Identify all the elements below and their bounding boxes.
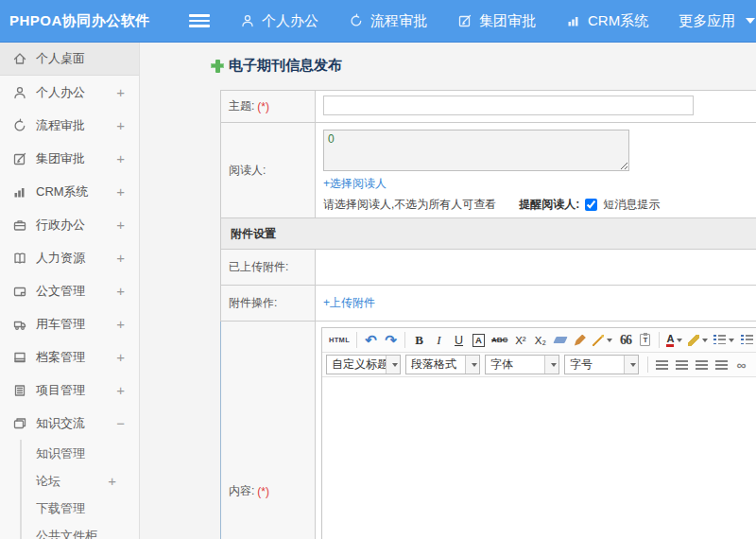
sidebar-item-group-approval[interactable]: 集团审批+ (0, 142, 139, 175)
attachment-section-title: 附件设置 (231, 226, 276, 242)
sms-notify-checkbox[interactable] (585, 199, 597, 211)
archive-icon (12, 350, 27, 365)
attachment-actions-value: +上传附件 (316, 286, 756, 321)
sidebar-subitem-knowledge-management[interactable]: 知识管理 (22, 440, 139, 467)
highlight-pen-icon[interactable] (686, 331, 710, 350)
sidebar-subitem-label: 知识管理 (36, 445, 116, 462)
blockquote-button[interactable]: 66 (616, 331, 634, 350)
nav-workflow-approval[interactable]: 流程审批 (349, 12, 427, 30)
readers-textarea[interactable] (323, 130, 629, 171)
paste-table-icon[interactable] (636, 331, 654, 350)
expand-icon[interactable]: + (116, 283, 125, 299)
sidebar-subitem-forum[interactable]: 论坛+ (22, 467, 139, 495)
strikethrough-button[interactable]: ABC (490, 331, 509, 350)
edit-icon (457, 13, 472, 28)
sidebar-item-project-management[interactable]: 项目管理+ (0, 374, 139, 407)
expand-icon[interactable]: + (108, 473, 116, 489)
expand-icon[interactable]: + (116, 150, 125, 166)
content-required-mark: (*) (257, 485, 269, 498)
sidebar-item-admin-office[interactable]: 行政办公+ (0, 208, 139, 241)
expand-icon[interactable]: + (116, 382, 125, 398)
font-size-dropdown[interactable]: 字号 (564, 355, 639, 374)
unlink-icon[interactable]: ∞ (752, 356, 756, 374)
subscript-button[interactable]: X₂ (531, 331, 549, 350)
caret-down-icon (746, 18, 755, 24)
sidebar-item-personal-office[interactable]: 个人办公+ (0, 76, 139, 109)
content-label-text: 内容: (229, 483, 254, 499)
nav-item-label: 流程审批 (370, 12, 427, 30)
font-style-button[interactable]: A (470, 331, 488, 350)
sidebar-item-knowledge-exchange[interactable]: 知识交流− (0, 407, 139, 440)
sidebar-subitem-download-management[interactable]: 下载管理 (22, 495, 139, 522)
expand-icon[interactable]: + (116, 183, 125, 200)
expand-icon[interactable]: + (116, 349, 125, 365)
select-readers-link[interactable]: +选择阅读人 (323, 176, 387, 192)
html-source-button[interactable]: HTML (327, 331, 352, 350)
format-brush-icon[interactable] (571, 331, 589, 350)
bold-button[interactable]: B (410, 331, 428, 350)
sidebar-sublist: 知识管理论坛+下载管理公共文件柜 (20, 440, 139, 539)
dropdown-caret-icon[interactable] (544, 356, 558, 374)
custom-heading-dropdown[interactable]: 自定义标题 (326, 355, 401, 374)
sidebar-item-label: 知识交流 (36, 415, 116, 432)
upload-attachment-link[interactable]: +上传附件 (323, 295, 375, 311)
dropdown-caret-icon[interactable] (465, 356, 479, 374)
readers-value-cell: +选择阅读人 请选择阅读人,不选为所有人可查看 提醒阅读人: 短消息提示 (316, 123, 756, 217)
subject-required-mark: (*) (257, 100, 269, 113)
redo-button[interactable]: ↷ (382, 331, 400, 350)
subject-input[interactable] (323, 96, 694, 115)
nav-more-apps[interactable]: 更多应用 (679, 12, 755, 30)
readers-hint-text: 请选择阅读人,不选为所有人可查看 (323, 197, 496, 213)
italic-button[interactable]: I (430, 331, 448, 350)
sidebar-item-vehicle-management[interactable]: 用车管理+ (0, 307, 139, 340)
uploaded-attachments-row: 已上传附件: (220, 250, 756, 286)
underline-button[interactable]: U (450, 331, 468, 350)
ordered-list-icon[interactable] (712, 331, 736, 350)
toolbar-separator (647, 356, 648, 373)
sidebar-item-archive-management[interactable]: 档案管理+ (0, 340, 139, 374)
sidebar-item-label: 个人桌面 (36, 50, 125, 67)
editor-toolbar-row1: HTML↶↷BIUAABCX²X₂66A (322, 328, 756, 353)
font-color-button[interactable]: A (664, 331, 684, 350)
collapse-icon[interactable]: − (116, 415, 125, 431)
expand-icon[interactable]: + (116, 250, 125, 266)
font-family-dropdown[interactable]: 字体 (485, 355, 559, 374)
sidebar-subitem-public-file-cabinet[interactable]: 公共文件柜 (22, 522, 139, 539)
align-right-icon[interactable] (693, 356, 711, 374)
top-header: PHPOA协同办公软件 个人办公流程审批集团审批CRM系统更多应用 (0, 0, 756, 43)
superscript-button[interactable]: X² (511, 331, 529, 350)
undo-button[interactable]: ↶ (362, 331, 380, 350)
eraser-icon[interactable] (551, 331, 569, 350)
expand-icon[interactable]: + (116, 84, 125, 100)
expand-icon[interactable]: + (116, 217, 125, 233)
editor-content-area[interactable] (322, 377, 756, 539)
nav-crm-system[interactable]: CRM系统 (566, 12, 648, 30)
sidebar-item-workflow-approval[interactable]: 流程审批+ (0, 109, 139, 142)
expand-icon[interactable]: + (116, 316, 125, 332)
align-justify-icon[interactable] (713, 356, 730, 374)
editor-toolbar-row2: 自定义标题段落格式字体字号∞∞ (322, 353, 756, 377)
nav-group-approval[interactable]: 集团审批 (457, 12, 536, 30)
content-row: 内容: (*) HTML↶↷BIUAABCX²X₂66A 自定义标题段落格式字体… (220, 322, 756, 539)
sms-notify-label: 短消息提示 (603, 197, 660, 213)
link-icon[interactable]: ∞ (732, 356, 750, 374)
content-value-cell: HTML↶↷BIUAABCX²X₂66A 自定义标题段落格式字体字号∞∞ (316, 322, 756, 539)
project-icon (12, 383, 27, 398)
sidebar-item-personal-desktop[interactable]: 个人桌面 (0, 43, 139, 76)
flow-icon (349, 13, 364, 28)
expand-icon[interactable]: + (116, 117, 125, 133)
document-icon (12, 284, 27, 299)
sidebar-item-document-management[interactable]: 公文管理+ (0, 274, 139, 307)
sidebar-item-crm-system[interactable]: CRM系统+ (0, 175, 139, 208)
align-center-icon[interactable] (673, 356, 691, 374)
paragraph-format-dropdown[interactable]: 段落格式 (405, 355, 480, 374)
nav-personal-office[interactable]: 个人办公 (240, 12, 318, 30)
unordered-list-icon[interactable] (738, 331, 756, 350)
hamburger-menu-icon[interactable] (189, 14, 210, 27)
sidebar-item-human-resources[interactable]: 人力资源+ (0, 241, 139, 274)
dropdown-caret-icon[interactable] (624, 356, 638, 374)
dropdown-caret-icon[interactable] (386, 356, 400, 374)
nav-item-label: 个人办公 (262, 12, 318, 30)
align-left-icon[interactable] (653, 356, 671, 374)
magic-wand-icon[interactable] (591, 331, 614, 350)
